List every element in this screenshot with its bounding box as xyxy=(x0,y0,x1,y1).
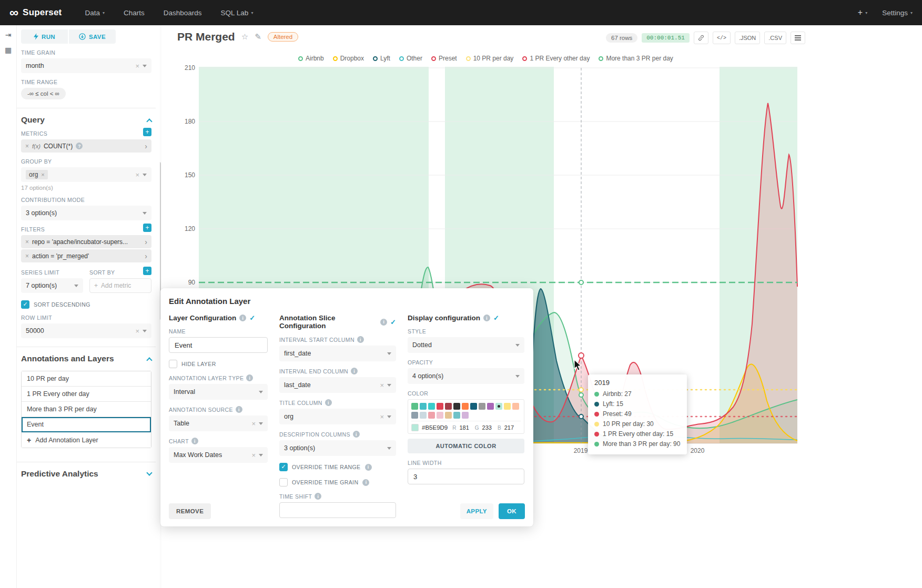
legend-item[interactable]: Other xyxy=(399,55,422,62)
nav-charts[interactable]: Charts xyxy=(124,9,145,17)
settings-dropdown[interactable]: Settings▾ xyxy=(882,9,913,17)
color-swatch-selected[interactable] xyxy=(495,403,502,410)
r-value[interactable]: 181 xyxy=(459,424,469,431)
color-swatch[interactable] xyxy=(462,403,469,410)
clear-icon[interactable]: × xyxy=(380,382,384,389)
embed-code-button[interactable]: </> xyxy=(713,32,731,44)
nav-dashboards[interactable]: Dashboards xyxy=(164,9,202,17)
edit-icon[interactable]: ✎ xyxy=(255,32,261,42)
chevron-right-icon[interactable]: › xyxy=(145,142,147,150)
save-button[interactable]: SAVE xyxy=(69,29,116,44)
color-swatch[interactable] xyxy=(487,403,494,410)
color-swatch[interactable] xyxy=(420,403,427,410)
share-link-button[interactable] xyxy=(694,32,708,44)
info-icon[interactable]: i xyxy=(380,319,387,326)
remove-filter-icon[interactable]: × xyxy=(25,252,29,260)
info-icon[interactable]: i xyxy=(236,406,242,413)
remove-filter-icon[interactable]: × xyxy=(25,238,29,246)
clear-icon[interactable]: × xyxy=(135,328,139,334)
annotation-layer-item[interactable]: 10 PR per day xyxy=(22,371,151,387)
info-icon[interactable]: i xyxy=(325,399,332,406)
automatic-color-button[interactable]: AUTOMATIC COLOR xyxy=(408,439,524,453)
annotation-layer-item[interactable]: More than 3 PR per day xyxy=(22,402,151,417)
style-select[interactable]: Dotted xyxy=(408,337,524,353)
filter-pill[interactable]: × action = 'pr_merged' › xyxy=(21,249,151,262)
info-icon[interactable]: i xyxy=(353,431,360,438)
star-icon[interactable]: ☆ xyxy=(241,32,248,42)
annotation-layer-item[interactable]: 1 PR Every other day xyxy=(22,387,151,402)
time-range-pill[interactable]: -∞ ≤ col < ∞ xyxy=(21,88,66,99)
predictive-section-header[interactable]: Predictive Analytics xyxy=(21,469,151,479)
checkbox-unchecked[interactable] xyxy=(169,360,177,368)
color-swatch[interactable] xyxy=(470,403,477,410)
chevron-right-icon[interactable]: › xyxy=(145,238,147,246)
override-time-range-checkbox[interactable]: OVERRIDE TIME RANGE i xyxy=(279,463,396,471)
info-icon[interactable]: i xyxy=(315,493,321,500)
legend-item[interactable]: Dropbox xyxy=(333,55,364,62)
group-by-select[interactable]: org× × xyxy=(21,167,151,182)
info-icon[interactable]: i xyxy=(357,336,364,343)
clear-icon[interactable]: × xyxy=(251,420,256,427)
annotation-layer-type-select[interactable]: Interval xyxy=(169,384,268,400)
info-icon[interactable]: i xyxy=(362,479,369,486)
series-limit-select[interactable]: 7 option(s) xyxy=(21,278,83,293)
hex-value[interactable]: #B5E9D9 xyxy=(422,424,448,431)
nav-sql-lab[interactable]: SQL Lab▾ xyxy=(221,9,254,17)
new-item-dropdown[interactable]: +▾ xyxy=(858,8,867,17)
legend-item[interactable]: 1 PR Every other day xyxy=(522,55,590,62)
apply-button[interactable]: APPLY xyxy=(460,503,493,519)
title-column-select[interactable]: org × xyxy=(279,409,396,424)
info-icon[interactable]: i xyxy=(351,368,358,374)
annotation-source-select[interactable]: Table × xyxy=(169,415,268,431)
datasource-icon[interactable]: ▦ xyxy=(5,46,12,54)
legend-item[interactable]: Preset xyxy=(431,55,457,62)
row-limit-select[interactable]: 50000 × xyxy=(21,323,151,338)
color-swatch[interactable] xyxy=(453,412,460,419)
color-swatch[interactable] xyxy=(445,412,452,419)
override-time-grain-checkbox[interactable]: OVERRIDE TIME GRAIN i xyxy=(279,478,396,486)
filter-pill[interactable]: × repo = 'apache/incubator-supers... › xyxy=(21,235,151,248)
checkbox-checked[interactable] xyxy=(279,463,288,471)
sort-descending-checkbox[interactable]: SORT DESCENDING xyxy=(21,300,151,309)
interval-end-column-select[interactable]: last_date × xyxy=(279,377,396,393)
color-swatch[interactable] xyxy=(462,412,469,419)
color-swatch[interactable] xyxy=(479,403,485,410)
clear-icon[interactable]: × xyxy=(380,413,384,420)
color-swatch[interactable] xyxy=(453,403,460,410)
remove-tag-icon[interactable]: × xyxy=(41,171,44,178)
add-sort-metric-button[interactable]: + xyxy=(143,267,151,275)
interval-start-column-select[interactable]: first_date xyxy=(279,346,396,361)
run-button[interactable]: RUN xyxy=(21,29,68,44)
remove-button[interactable]: REMOVE xyxy=(169,503,211,519)
description-columns-select[interactable]: 3 option(s) xyxy=(279,440,396,456)
color-swatch[interactable] xyxy=(504,403,511,410)
color-swatch[interactable] xyxy=(428,412,435,419)
info-icon[interactable]: i xyxy=(191,438,198,444)
nav-data[interactable]: Data▾ xyxy=(85,9,105,17)
color-swatch[interactable] xyxy=(445,403,452,410)
query-section-header[interactable]: Query xyxy=(21,115,151,125)
add-annotation-layer-button[interactable]: + Add Annotation Layer xyxy=(22,432,151,448)
metric-pill[interactable]: × f(x) COUNT(*) ? › xyxy=(21,139,151,153)
checkbox-unchecked[interactable] xyxy=(279,478,288,486)
info-icon[interactable]: i xyxy=(483,315,490,321)
contribution-mode-select[interactable]: 3 option(s) xyxy=(21,206,151,220)
clear-icon[interactable]: × xyxy=(135,63,139,69)
b-value[interactable]: 217 xyxy=(504,424,514,431)
altered-badge[interactable]: Altered xyxy=(268,32,298,42)
ok-button[interactable]: OK xyxy=(499,503,525,519)
g-value[interactable]: 233 xyxy=(482,424,492,431)
info-icon[interactable]: i xyxy=(365,464,372,471)
sort-by-add-metric[interactable]: + Add metric xyxy=(89,278,151,293)
color-swatch[interactable] xyxy=(437,412,443,419)
export-csv-button[interactable]: .CSV xyxy=(764,32,786,44)
superset-logo[interactable]: ∞ Superset xyxy=(9,6,62,19)
export-json-button[interactable]: .JSON xyxy=(735,32,760,44)
chart-menu-button[interactable] xyxy=(791,32,805,44)
info-icon[interactable]: i xyxy=(246,374,253,381)
opacity-select[interactable]: 4 option(s) xyxy=(408,368,524,384)
chevron-right-icon[interactable]: › xyxy=(145,252,147,260)
name-input[interactable] xyxy=(169,337,268,353)
color-swatch[interactable] xyxy=(411,403,418,410)
clear-icon[interactable]: × xyxy=(251,452,256,459)
